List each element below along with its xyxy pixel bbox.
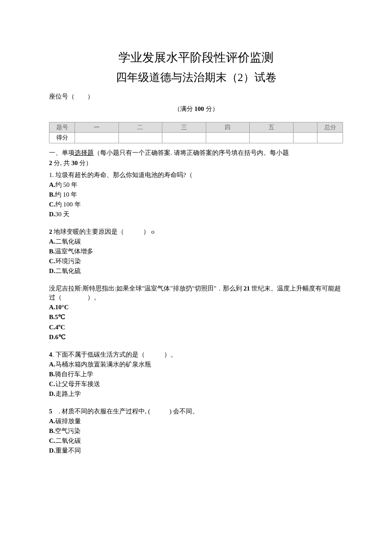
td-cell xyxy=(118,133,162,143)
q4-opt-c: C.让父母开车接送 xyxy=(49,380,343,389)
q2-opt-d: D.二氧化硫 xyxy=(49,267,343,276)
td-cell xyxy=(250,133,294,143)
td-cell xyxy=(317,133,343,143)
section-1-intro: 一、单项选择题（每小题只有一个正确答案. 请将正确答案的序号填在括号内。每小题 … xyxy=(49,148,343,168)
table-row: 题号 一 二 三 四 五 总分 xyxy=(49,122,343,133)
th-col: 五 xyxy=(250,122,294,133)
score-table: 题号 一 二 三 四 五 总分 得分 xyxy=(49,122,343,143)
q5-opt-c: C.二氧化碳 xyxy=(49,436,343,445)
th-label: 题号 xyxy=(49,122,75,133)
q3-stem: 没尼吉拉斯:斯特思指出:如果全球"温室气体"排放扔"切照田"．那么到 21 世纪… xyxy=(49,284,343,302)
q5-stem: 5 . 材质不同的衣服在生产过程中, ( ) 会不同。 xyxy=(49,407,343,416)
intro-text: 2 分, 共 30 分） xyxy=(49,160,92,166)
q3-opt-a: A.10°C xyxy=(49,303,343,312)
question-1: 1. 垃圾有超长的寿命、那么你知道电池的寿命吗?（ A.约 50 年 B.约 1… xyxy=(49,171,343,219)
th-col: 二 xyxy=(118,122,162,133)
th-col: 三 xyxy=(162,122,206,133)
question-2: 2 地球变暖的主要原因是（ ） o A.二氧化碳 B.温室气体增多 C.环境污染… xyxy=(49,227,343,276)
th-col: 一 xyxy=(75,122,119,133)
q4-opt-b: B.骑自行车上学 xyxy=(49,370,343,379)
q1-opt-b: B.约 10 年 xyxy=(49,190,343,199)
full-mark: （满分 100 分） xyxy=(49,105,343,113)
q2-opt-a: A.二氧化碳 xyxy=(49,237,343,246)
th-total: 总分 xyxy=(317,122,343,133)
td-cell xyxy=(162,133,206,143)
q4-stem: 4. 下面不属于低碳生活方式的是（ ）。 xyxy=(49,350,343,359)
q5-opt-b: B.空气污染 xyxy=(49,427,343,436)
td-cell xyxy=(75,133,119,143)
q2-opt-c: C.环境污染 xyxy=(49,257,343,266)
intro-text: （每小题只有一个正确答案. 请将正确答案的序号填在括号内。每小题 xyxy=(94,149,289,156)
question-3: 没尼吉拉斯:斯特思指出:如果全球"温室气体"排放扔"切照田"．那么到 21 世纪… xyxy=(49,284,343,342)
td-label: 得分 xyxy=(49,133,75,143)
q3-opt-d: D.6℃ xyxy=(49,333,343,342)
q1-opt-d: D.30 天 xyxy=(49,210,343,219)
q1-opt-c: C.约 100 年 xyxy=(49,200,343,209)
title-line-1: 学业发展水平阶段性评价监测 xyxy=(49,49,343,66)
q3-opt-c: C.4oC xyxy=(49,323,343,332)
q4-opt-d: D.走路上学 xyxy=(49,389,343,398)
th-col xyxy=(293,122,317,133)
title-line-2: 四年级道德与法治期末（2）试卷 xyxy=(49,70,343,85)
q1-opt-a: A.约 50 年 xyxy=(49,180,343,189)
intro-underline: 选择题 xyxy=(75,149,94,156)
q5-opt-d: D.重量不同 xyxy=(49,446,343,455)
td-cell xyxy=(293,133,317,143)
td-cell xyxy=(206,133,250,143)
q5-opt-a: A.碳排放量 xyxy=(49,417,343,426)
q1-stem: 1. 垃圾有超长的寿命、那么你知道电池的寿命吗?（ xyxy=(49,171,343,180)
q2-opt-b: B.温室气体增多 xyxy=(49,247,343,256)
th-col: 四 xyxy=(206,122,250,133)
q2-stem: 2 地球变暖的主要原因是（ ） o xyxy=(49,227,343,236)
question-5: 5 . 材质不同的衣服在生产过程中, ( ) 会不同。 A.碳排放量 B.空气污… xyxy=(49,407,343,455)
intro-text: 一、单项 xyxy=(49,149,75,156)
q4-opt-a: A.马桶水箱内放置装满水的矿泉水瓶 xyxy=(49,360,343,369)
table-row: 得分 xyxy=(49,133,343,143)
seat-number: 座位号（ ） xyxy=(49,92,343,101)
question-4: 4. 下面不属于低碳生活方式的是（ ）。 A.马桶水箱内放置装满水的矿泉水瓶 B… xyxy=(49,350,343,398)
q3-opt-b: B.5℃ xyxy=(49,313,343,322)
